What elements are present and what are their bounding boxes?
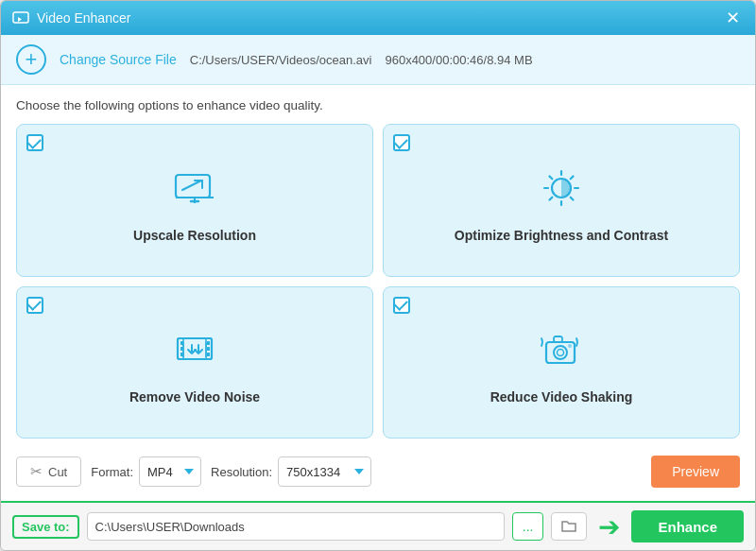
svg-rect-0 bbox=[13, 12, 28, 23]
app-title: Video Enhancer bbox=[37, 10, 721, 26]
svg-point-32 bbox=[558, 350, 564, 356]
source-file-path: C:/Users/USER/Videos/ocean.avi bbox=[190, 53, 372, 67]
svg-rect-26 bbox=[207, 347, 210, 351]
option-shaking-label: Reduce Video Shaking bbox=[490, 389, 633, 405]
resolution-label: Resolution: bbox=[211, 465, 272, 479]
preview-button[interactable]: Preview bbox=[651, 456, 740, 488]
options-grid: Upscale Resolution bbox=[16, 124, 740, 439]
browse-button[interactable]: ... bbox=[512, 512, 544, 541]
option-noise-label: Remove Video Noise bbox=[129, 389, 260, 405]
resolution-group: Resolution: 750x1334 960x400 1280x720 19… bbox=[211, 456, 371, 487]
cut-label: Cut bbox=[48, 465, 67, 479]
svg-rect-27 bbox=[207, 353, 210, 356]
svg-point-31 bbox=[554, 346, 567, 359]
svg-point-34 bbox=[568, 344, 572, 348]
instruction-text: Choose the following options to enhance … bbox=[16, 98, 740, 112]
option-brightness[interactable]: Optimize Brightness and Contrast bbox=[383, 124, 740, 277]
option-shaking[interactable]: Reduce Video Shaking bbox=[383, 286, 740, 439]
noise-icon bbox=[168, 323, 221, 380]
svg-rect-23 bbox=[180, 347, 183, 351]
enhance-button[interactable]: Enhance bbox=[631, 510, 744, 542]
main-content: Choose the following options to enhance … bbox=[1, 85, 755, 501]
folder-button[interactable] bbox=[551, 512, 587, 541]
close-button[interactable]: ✕ bbox=[721, 7, 744, 29]
change-source-label[interactable]: Change Source File bbox=[60, 52, 177, 67]
option-upscale[interactable]: Upscale Resolution bbox=[16, 124, 373, 277]
titlebar: Video Enhancer ✕ bbox=[1, 1, 755, 35]
svg-rect-22 bbox=[180, 341, 183, 345]
shaking-icon bbox=[535, 323, 588, 380]
checkbox-shaking[interactable] bbox=[393, 297, 410, 314]
folder-icon bbox=[561, 520, 576, 533]
option-upscale-label: Upscale Resolution bbox=[133, 228, 256, 243]
svg-line-14 bbox=[571, 197, 574, 199]
checkbox-upscale[interactable] bbox=[26, 134, 43, 151]
source-bar: + Change Source File C:/Users/USER/Video… bbox=[1, 35, 755, 85]
svg-line-13 bbox=[550, 176, 553, 179]
app-icon bbox=[12, 9, 29, 26]
option-brightness-label: Optimize Brightness and Contrast bbox=[455, 228, 668, 243]
option-noise[interactable]: Remove Video Noise bbox=[16, 286, 373, 439]
upscale-icon bbox=[168, 162, 221, 218]
svg-rect-1 bbox=[176, 175, 210, 198]
source-file-info: 960x400/00:00:46/8.94 MB bbox=[385, 53, 532, 67]
svg-line-15 bbox=[571, 176, 574, 179]
svg-rect-24 bbox=[180, 353, 183, 356]
resolution-select[interactable]: 750x1334 960x400 1280x720 1920x1080 bbox=[278, 456, 371, 487]
svg-rect-25 bbox=[207, 341, 210, 345]
checkbox-noise[interactable] bbox=[26, 297, 43, 314]
format-label: Format: bbox=[91, 465, 133, 479]
cut-button[interactable]: ✂ Cut bbox=[16, 456, 81, 487]
brightness-icon bbox=[535, 162, 588, 218]
arrow-right-icon: ➔ bbox=[598, 511, 620, 542]
toolbar: ✂ Cut Format: MP4 AVI MOV MKV WMV Resolu… bbox=[16, 448, 740, 491]
save-path-input[interactable] bbox=[87, 512, 505, 541]
bottom-bar: Save to: ... ➔ Enhance bbox=[1, 501, 755, 550]
save-to-label: Save to: bbox=[12, 515, 79, 539]
svg-rect-33 bbox=[554, 336, 562, 342]
svg-line-5 bbox=[182, 181, 201, 190]
scissors-icon: ✂ bbox=[30, 463, 43, 480]
checkbox-brightness[interactable] bbox=[393, 134, 410, 151]
format-select[interactable]: MP4 AVI MOV MKV WMV bbox=[139, 456, 201, 487]
add-source-button[interactable]: + bbox=[16, 44, 46, 75]
svg-line-16 bbox=[550, 197, 553, 199]
main-window: Video Enhancer ✕ + Change Source File C:… bbox=[0, 0, 756, 551]
format-group: Format: MP4 AVI MOV MKV WMV bbox=[91, 456, 201, 487]
